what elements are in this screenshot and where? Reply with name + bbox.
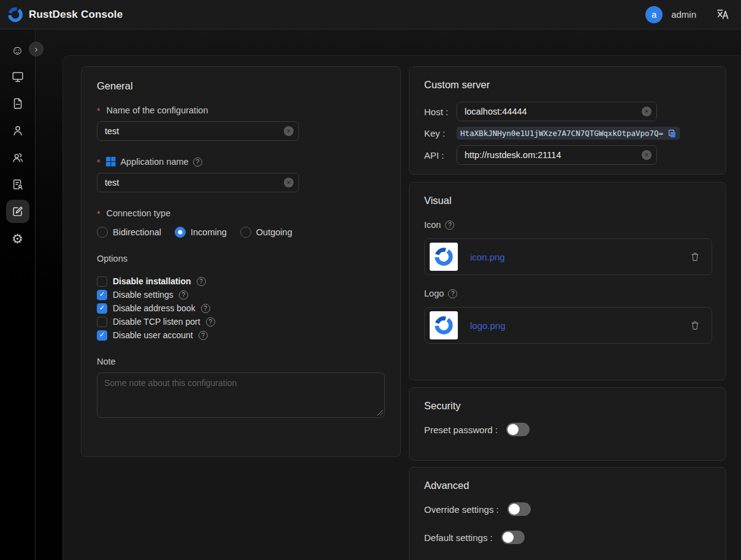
default-settings-toggle[interactable] <box>501 531 525 544</box>
edit-configuration-icon <box>11 205 25 218</box>
security-title: Security <box>424 400 711 412</box>
checkbox-disable-installation[interactable]: ✓ Disable installation <box>97 274 385 288</box>
security-card: Security Preset password : <box>409 387 726 461</box>
custom-server-card: Custom server Host : Key : HtaXBkJNHyn0e… <box>409 66 726 175</box>
icon-file-row: icon.png <box>424 238 712 275</box>
checkbox-disable-user-account[interactable]: ✓ Disable user account <box>97 328 385 342</box>
options-label: Options <box>97 254 385 263</box>
clear-host-icon[interactable] <box>642 107 652 116</box>
icon-help-icon[interactable] <box>445 221 454 230</box>
logo-help-icon[interactable] <box>448 289 457 298</box>
brand: RustDesk Console <box>7 7 123 23</box>
rustdesk-logo-icon <box>7 7 23 23</box>
key-label: Key : <box>424 128 457 138</box>
logo-file-row: logo.png <box>424 307 712 344</box>
override-settings-label: Override settings : <box>424 504 499 515</box>
logo-preview-image <box>430 311 458 339</box>
icon-preview-image <box>430 243 458 271</box>
visual-title: Visual <box>424 195 711 206</box>
radio-bidirectional[interactable]: Bidirectional <box>97 227 161 238</box>
default-settings-label: Default settings : <box>424 532 493 543</box>
note-label: Note <box>97 357 385 366</box>
disable-settings-help-icon[interactable] <box>179 290 188 300</box>
general-card: General Name of the configuration Applic… <box>81 66 401 457</box>
checkbox-disable-address-book[interactable]: ✓ Disable address book <box>97 301 385 315</box>
note-textarea[interactable] <box>97 373 385 418</box>
config-name-input[interactable] <box>97 121 299 141</box>
host-input[interactable] <box>457 102 657 121</box>
key-value-chip: HtaXBkJNHyn0e1U1jWXze7A7CN7QTGWqxkOtpaVp… <box>457 127 680 140</box>
application-name-help-icon[interactable] <box>193 157 202 167</box>
connection-type-label: Connection type <box>97 208 385 218</box>
disable-tcp-listen-port-help-icon[interactable] <box>206 317 215 327</box>
preset-password-toggle[interactable] <box>506 423 530 436</box>
sidebar: ☺ <box>0 29 36 560</box>
windows-icon <box>106 157 116 167</box>
general-title: General <box>97 80 385 92</box>
override-settings-toggle[interactable] <box>507 502 531 516</box>
icon-file-link[interactable]: icon.png <box>470 252 505 262</box>
clear-config-name-icon[interactable] <box>284 126 294 136</box>
sidebar-item-status[interactable]: ☺ <box>6 38 29 61</box>
sidebar-item-configurations[interactable] <box>6 200 29 223</box>
sidebar-collapse-button[interactable]: › <box>29 42 44 56</box>
sidebar-item-audit[interactable] <box>6 173 29 196</box>
disable-address-book-help-icon[interactable] <box>201 304 210 313</box>
application-name-label: Application name <box>97 157 385 167</box>
document-icon <box>11 97 25 110</box>
api-input[interactable] <box>457 145 657 165</box>
monitor-devices-icon <box>11 70 25 83</box>
users-group-icon <box>11 151 25 164</box>
radio-incoming[interactable]: Incoming <box>175 227 227 238</box>
checkbox-disable-settings[interactable]: ✓ Disable settings <box>97 288 385 301</box>
advanced-card: Advanced Override settings : Default set… <box>409 467 726 560</box>
preset-password-label: Preset password : <box>424 425 498 435</box>
icon-label: Icon <box>424 220 711 230</box>
copy-icon[interactable] <box>667 129 676 138</box>
sidebar-item-users[interactable] <box>6 119 29 142</box>
clear-application-name-icon[interactable] <box>284 178 294 187</box>
disable-installation-help-icon[interactable] <box>197 277 206 286</box>
chevron-right-icon: › <box>35 44 38 53</box>
user-name[interactable]: admin <box>671 9 696 20</box>
api-label: API : <box>424 150 457 161</box>
checkbox-disable-tcp-listen-port[interactable]: ✓ Disable TCP listen port <box>97 315 385 328</box>
sidebar-item-files[interactable] <box>6 92 29 115</box>
custom-server-title: Custom server <box>424 79 711 91</box>
delete-icon-trash-icon[interactable] <box>690 251 701 262</box>
gear-settings-icon: ⚙ <box>12 232 23 245</box>
connection-type-group: Bidirectional Incoming Outgoing <box>97 227 385 238</box>
sidebar-item-devices[interactable] <box>6 65 29 88</box>
app-title: RustDesk Console <box>29 9 123 21</box>
visual-card: Visual Icon icon.png <box>409 182 726 380</box>
delete-logo-trash-icon[interactable] <box>690 320 701 331</box>
user-icon <box>11 124 25 137</box>
config-name-label: Name of the configuration <box>97 105 385 115</box>
host-label: Host : <box>424 107 457 117</box>
smiley-status-icon: ☺ <box>11 44 24 56</box>
user-avatar[interactable]: a <box>645 6 663 23</box>
document-person-icon <box>11 178 25 191</box>
clear-api-icon[interactable] <box>642 150 652 160</box>
disable-user-account-help-icon[interactable] <box>199 331 208 340</box>
key-value: HtaXBkJNHyn0e1U1jWXze7A7CN7QTGWqxkOtpaVp… <box>460 129 663 138</box>
sidebar-item-groups[interactable] <box>6 146 29 169</box>
radio-outgoing[interactable]: Outgoing <box>240 227 292 238</box>
logo-label: Logo <box>424 289 711 298</box>
main-panel: General Name of the configuration Applic… <box>63 55 741 560</box>
advanced-title: Advanced <box>424 480 711 491</box>
application-name-input[interactable] <box>97 173 299 192</box>
translate-icon[interactable] <box>716 8 729 21</box>
sidebar-item-settings[interactable]: ⚙ <box>6 227 29 250</box>
header-bar: RustDesk Console a admin <box>0 0 741 29</box>
logo-file-link[interactable]: logo.png <box>470 320 506 331</box>
